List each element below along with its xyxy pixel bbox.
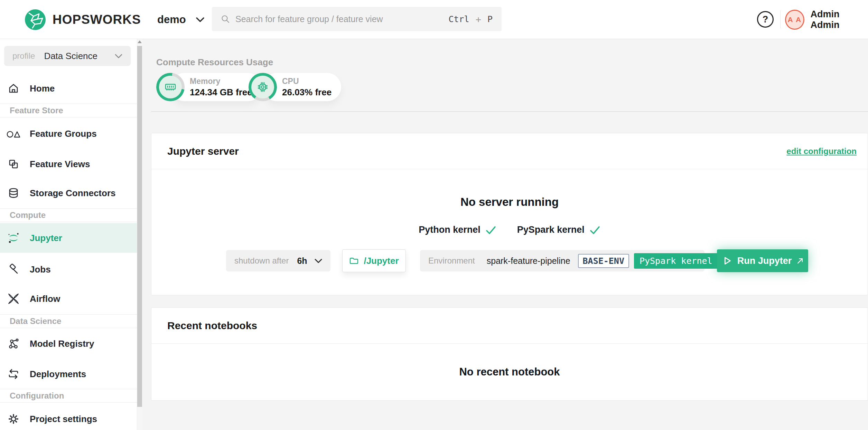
feature-views-icon (7, 158, 20, 170)
sidebar-item-label: Feature Groups (30, 128, 97, 139)
pyspark-kernel-badge: PySpark kernel (634, 253, 718, 269)
help-icon: ? (763, 14, 768, 25)
check-icon (589, 225, 600, 235)
sidebar-item-jupyter[interactable]: Jupyter (0, 223, 137, 253)
sidebar-item-label: Project settings (30, 414, 97, 424)
avatar-initials: A A (787, 16, 802, 24)
base-env-badge: BASE-ENV (578, 254, 629, 268)
memory-usage-card: Memory 124.34 GB free (156, 73, 262, 101)
global-search: Ctrl + P (212, 7, 502, 31)
chevron-down-icon (196, 17, 205, 22)
cpu-icon (249, 73, 277, 101)
user-menu[interactable]: A A Admin Admin (785, 0, 868, 39)
sidebar-item-label: Jupyter (30, 233, 62, 243)
home-icon (7, 83, 20, 94)
profile-selector[interactable]: profile Data Science (4, 46, 131, 66)
cpu-label: CPU (282, 77, 332, 86)
jupyter-controls-row: shutdown after 6h /Jupyter Environment s… (226, 249, 808, 272)
run-jupyter-button[interactable]: Run Jupyter (717, 249, 808, 272)
model-registry-icon (7, 338, 20, 350)
section-label: Data Science (10, 316, 61, 326)
shortcut-ctrl: Ctrl (448, 14, 469, 24)
section-label: Configuration (10, 391, 64, 401)
python-kernel-status: Python kernel (419, 224, 496, 235)
jupyter-icon (7, 232, 20, 244)
sidebar-item-label: Storage Connectors (30, 188, 116, 199)
deployments-arrows-icon (7, 368, 20, 380)
sidebar-item-label: Jobs (30, 264, 51, 275)
edit-configuration-link[interactable]: edit configuration (786, 146, 857, 156)
environment-value: spark-feature-pipeline (487, 256, 570, 266)
hopsworks-logo[interactable]: HOPSWORKS (24, 0, 141, 39)
python-kernel-label: Python kernel (419, 224, 480, 235)
shortcut-key: P (487, 14, 493, 24)
jupyter-folder-button[interactable]: /Jupyter (342, 249, 406, 272)
sidebar-item-label: Model Registry (30, 338, 94, 349)
help-button[interactable]: ? (757, 11, 774, 28)
sidebar-section-configuration: Configuration (0, 389, 137, 403)
folder-path: /Jupyter (364, 256, 399, 266)
memory-icon (156, 73, 185, 101)
feature-groups-icon (7, 128, 20, 139)
storage-connectors-icon (7, 187, 20, 199)
shutdown-label: shutdown after (234, 256, 289, 266)
chevron-down-icon (315, 259, 322, 263)
main-content: Compute Resources Usage Memory 124.34 GB… (142, 39, 868, 430)
shutdown-after-select[interactable]: shutdown after 6h (226, 250, 330, 271)
folder-icon (349, 257, 359, 265)
project-name: demo (157, 13, 186, 26)
recent-notebooks-body: No recent notebook (151, 344, 868, 400)
environment-select[interactable]: Environment spark-feature-pipeline BASE-… (420, 250, 704, 271)
sidebar-item-home[interactable]: Home (0, 73, 137, 104)
jupyter-server-card: Jupyter server edit configuration No ser… (151, 133, 868, 295)
sidebar-item-airflow[interactable]: Airflow (0, 284, 137, 314)
chevron-down-icon (115, 54, 122, 58)
jupyter-server-title: Jupyter server (167, 145, 239, 157)
profile-value: Data Science (44, 51, 97, 61)
sidebar-item-label: Airflow (30, 294, 60, 304)
recent-notebooks-title: Recent notebooks (167, 320, 257, 332)
cpu-usage-ring (249, 73, 277, 101)
environment-label: Environment (428, 256, 475, 266)
sidebar-item-feature-groups[interactable]: Feature Groups (0, 118, 137, 149)
sidebar: profile Data Science Home Feature Store … (0, 39, 142, 430)
sidebar-item-jobs[interactable]: Jobs (0, 254, 137, 285)
sidebar-item-feature-views[interactable]: Feature Views (0, 149, 137, 179)
profile-label: profile (12, 51, 35, 61)
shortcut-plus: + (476, 14, 481, 25)
recent-notebooks-header: Recent notebooks (151, 308, 868, 344)
sidebar-item-label: Deployments (30, 369, 86, 380)
project-switcher[interactable]: demo (157, 0, 205, 39)
logo-text: HOPSWORKS (53, 12, 141, 27)
airflow-pinwheel-icon (7, 293, 20, 305)
server-status: No server running (151, 195, 868, 209)
sidebar-item-storage-connectors[interactable]: Storage Connectors (0, 178, 137, 208)
cpu-value: 26.03% free (282, 87, 332, 98)
jupyter-server-header: Jupyter server edit configuration (151, 133, 868, 169)
sidebar-item-project-settings[interactable]: Project settings (0, 404, 137, 430)
memory-label: Memory (190, 77, 252, 86)
run-jupyter-label: Run Jupyter (737, 256, 792, 266)
top-header: HOPSWORKS demo Ctrl + P ? A A Admin Admi… (0, 0, 868, 39)
scrollbar-up-arrow[interactable] (138, 40, 142, 43)
cpu-usage-card: CPU 26.03% free (249, 73, 341, 101)
hopsworks-logo-icon (24, 9, 46, 31)
kernel-status-row: Python kernel PySpark kernel (151, 224, 868, 235)
section-label: Compute (10, 210, 46, 220)
search-input[interactable] (235, 14, 443, 24)
sidebar-item-label: Home (30, 83, 55, 94)
gear-icon (7, 413, 20, 425)
check-icon (485, 225, 496, 235)
memory-value: 124.34 GB free (190, 87, 252, 98)
sidebar-item-deployments[interactable]: Deployments (0, 359, 137, 389)
sidebar-section-feature-store: Feature Store (0, 104, 137, 117)
avatar: A A (785, 10, 804, 30)
sidebar-section-compute: Compute (0, 208, 137, 222)
sidebar-scrollbar-thumb[interactable] (137, 46, 142, 407)
header-divider (780, 10, 781, 28)
search-icon (221, 15, 230, 23)
sidebar-section-data-science: Data Science (0, 314, 137, 328)
resources-title: Compute Resources Usage (156, 57, 273, 68)
sidebar-scrollbar-track[interactable] (137, 39, 142, 430)
sidebar-item-model-registry[interactable]: Model Registry (0, 328, 137, 359)
